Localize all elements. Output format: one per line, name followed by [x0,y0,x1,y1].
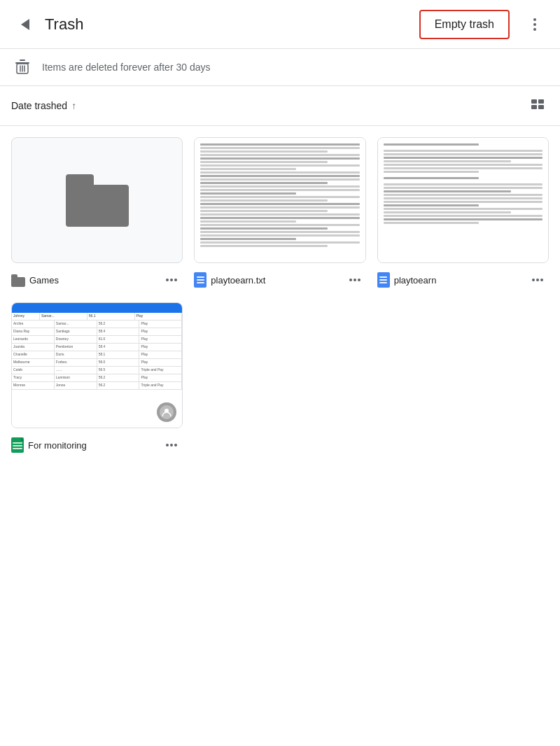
files-row2: Johnny Samar... 56.1 Play Archie Samar..… [0,302,560,467]
files-grid: Games [0,126,560,302]
file-card-playtoearn-doc[interactable]: playtoearn [377,137,549,291]
sheet-row: Archie Samar... 56.2 Play [12,321,182,328]
sheet-rows: Johnny Samar... 56.1 Play Archie Samar..… [12,313,182,390]
info-bar: Items are deleted forever after 30 days [0,49,560,86]
trash-icon [11,56,34,78]
file-card-playtoearn-txt[interactable]: playtoearn.txt [194,137,365,291]
playtoearn-doc-filename: playtoearn [394,275,522,286]
playtoearn-doc-more-button[interactable] [526,269,549,291]
svg-rect-8 [531,105,537,109]
playtoearn-doc-name-row: playtoearn [377,269,549,291]
sheet-row: Diana Ray Santiago 58.4 Play [12,328,182,336]
playtoearn-txt-name-row: playtoearn.txt [194,269,365,291]
header: Trash Empty trash [0,0,560,49]
playtoearn-txt-filename: playtoearn.txt [211,275,339,286]
playtoearn-doc-more-dots-icon [532,279,543,281]
sheet-row: Juanita Pemberton 58.4 Play [12,344,182,351]
sheet-row: Chanelle Doris 58.1 Play [12,351,182,359]
svg-rect-1 [20,59,25,61]
sort-label-text: Date trashed [11,100,67,111]
for-monitoring-more-dots-icon [166,444,177,446]
file-card-for-monitoring[interactable]: Johnny Samar... 56.1 Play Archie Samar..… [11,302,183,456]
sheet-row: Melbourne Forbes 56.0 Play [12,359,182,367]
doc-thumb-txt [195,138,365,262]
for-monitoring-thumbnail: Johnny Samar... 56.1 Play Archie Samar..… [11,302,183,428]
docs-type-icon-2 [377,272,390,288]
back-button[interactable] [11,10,39,38]
svg-rect-9 [538,105,544,109]
empty-trash-button[interactable]: Empty trash [419,10,510,39]
playtoearn-txt-thumbnail [194,137,365,263]
doc-thumb-doc [378,138,548,262]
playtoearn-txt-more-button[interactable] [344,269,366,291]
view-toggle-button[interactable] [526,94,549,117]
svg-rect-7 [538,99,544,104]
info-message: Items are deleted forever after 30 days [42,62,210,73]
games-name-row: Games [11,269,183,291]
sort-direction-icon: ↑ [71,100,76,111]
sheet-row: Tracy Lannison 56.2 Play [12,374,182,382]
folder-icon [66,174,129,227]
sheet-row: Monroe Jones 56.2 Triple and Pay [12,382,182,390]
for-monitoring-name-row: For monitoring [11,434,183,456]
sheets-type-icon [11,437,24,453]
games-filename: Games [29,275,156,286]
page-title: Trash [45,15,419,34]
playtoearn-doc-thumbnail [377,137,549,263]
games-more-button[interactable] [160,269,183,291]
back-arrow-icon [21,19,29,30]
sheet-row: Leonardo Downey 61.0 Play [12,336,182,344]
for-monitoring-more-button[interactable] [160,434,183,456]
more-options-button[interactable] [521,10,549,38]
file-card-games[interactable]: Games [11,137,183,291]
sheet-row: Caleb ...... 56.5 Triple and Pay [12,367,182,374]
sort-by-date-button[interactable]: Date trashed ↑ [11,100,76,111]
sort-bar: Date trashed ↑ [0,86,560,126]
playtoearn-txt-more-dots-icon [349,279,360,281]
games-thumbnail [11,137,183,263]
docs-type-icon [194,272,206,288]
sheet-row: Johnny Samar... 56.1 Play [12,313,182,321]
more-dots-icon [533,18,536,31]
svg-rect-6 [531,99,537,104]
games-more-dots-icon [166,279,177,281]
for-monitoring-filename: For monitoring [28,440,156,451]
folder-type-icon [11,273,25,287]
